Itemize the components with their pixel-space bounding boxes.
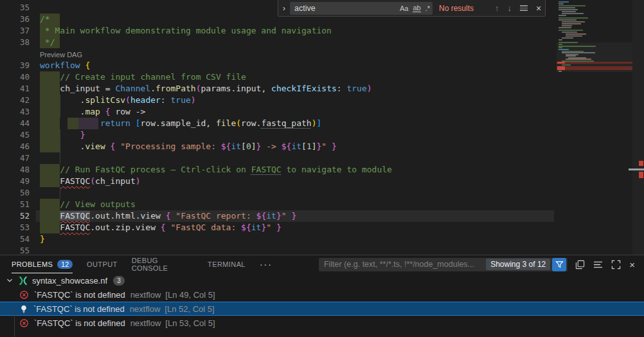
- minimap-mark: [562, 23, 581, 24]
- problem-location: [Ln 52, Col 5]: [165, 304, 214, 314]
- line-number: 52: [0, 210, 30, 222]
- code-line[interactable]: 37 * Main workflow demonstrating module …: [0, 25, 644, 37]
- tab-problems[interactable]: PROBLEMS12: [12, 255, 73, 273]
- code-text[interactable]: // Create input channel from CSV file: [40, 71, 246, 83]
- code-line[interactable]: 46 .view { "Processing sample: ${it[0]} …: [0, 141, 644, 152]
- code-text[interactable]: .map { row ->: [40, 106, 145, 118]
- problem-row[interactable]: `FASTQC` is not definednextflow[Ln 49, C…: [0, 287, 644, 302]
- find-expand-chevron-icon[interactable]: ›: [278, 3, 290, 13]
- code-text[interactable]: }: [40, 233, 45, 245]
- code-line[interactable]: 44 return [row.sample_id, file(row.fastq…: [0, 118, 644, 129]
- minimap-mark: [557, 42, 633, 72]
- problem-message: `FASTQC` is not defined: [34, 318, 125, 328]
- minimap-mark: [559, 15, 566, 16]
- find-in-selection-icon[interactable]: [520, 4, 528, 12]
- code-line[interactable]: 40 // Create input channel from CSV file: [0, 71, 644, 83]
- find-previous-icon[interactable]: ↑: [495, 3, 499, 13]
- overview-ruler-mark: [639, 161, 643, 166]
- code-text[interactable]: // View outputs: [40, 199, 136, 210]
- code-line[interactable]: 49 FASTQC(ch_input): [0, 176, 644, 187]
- line-number: 45: [0, 129, 30, 141]
- code-line[interactable]: 43 .map { row ->: [0, 106, 644, 118]
- file-name: syntax_showcase.nf: [32, 276, 107, 286]
- problem-row[interactable]: `FASTQC` is not definednextflow[Ln 53, C…: [0, 316, 644, 330]
- code-line[interactable]: 39workflow {: [0, 60, 644, 71]
- line-number: 55: [0, 245, 30, 255]
- line-number: 48: [0, 164, 30, 176]
- tab-label: TERMINAL: [208, 260, 246, 268]
- code-text[interactable]: FASTQC.out.zip.view { "FastQC data: ${it…: [40, 222, 282, 233]
- code-area[interactable]: 3536/*37 * Main workflow demonstrating m…: [0, 2, 644, 255]
- code-text[interactable]: }: [40, 129, 85, 141]
- minimap[interactable]: [557, 0, 633, 255]
- view-as-table-icon[interactable]: [575, 260, 585, 269]
- whole-word-toggle[interactable]: ab: [413, 5, 420, 12]
- problem-source: nextflow: [130, 304, 161, 314]
- code-text[interactable]: /*: [40, 14, 50, 25]
- close-panel-icon[interactable]: ×: [629, 259, 635, 270]
- problem-location: [Ln 49, Col 5]: [165, 290, 215, 300]
- code-line[interactable]: 42 .splitCsv(header: true): [0, 95, 644, 106]
- code-line[interactable]: 53 FASTQC.out.zip.view { "FastQC data: $…: [0, 222, 644, 233]
- tab-output[interactable]: OUTPUT: [87, 255, 118, 273]
- code-text[interactable]: ch_input = Channel.fromPath(params.input…: [40, 83, 372, 95]
- code-text[interactable]: workflow {: [40, 60, 90, 71]
- find-input[interactable]: active Aa ab .*: [290, 2, 433, 15]
- tab-terminal[interactable]: TERMINAL: [208, 255, 246, 273]
- problems-file-group[interactable]: syntax_showcase.nf 3: [0, 273, 644, 287]
- minimap-mark: [562, 21, 585, 23]
- error-icon: [19, 290, 29, 300]
- panel-more-actions-icon[interactable]: ···: [260, 259, 273, 269]
- code-line[interactable]: 38 */: [0, 37, 644, 48]
- panel-action-icons: ×: [575, 259, 644, 270]
- minimap-mark: [566, 33, 586, 35]
- problems-filter[interactable]: Showing 3 of 12: [319, 258, 568, 271]
- code-text[interactable]: .view { "Processing sample: ${it[0]} -> …: [40, 141, 337, 152]
- find-results-label: No results: [439, 4, 487, 13]
- code-line[interactable]: 41 ch_input = Channel.fromPath(params.in…: [0, 83, 644, 95]
- find-close-icon[interactable]: ×: [536, 3, 541, 14]
- code-text[interactable]: return [row.sample_id, file(row.fastq_pa…: [40, 118, 321, 129]
- chevron-down-icon: [5, 276, 14, 285]
- editor-pane[interactable]: 3536/*37 * Main workflow demonstrating m…: [0, 0, 644, 255]
- line-number: 35: [0, 2, 30, 14]
- codelens-preview-dag[interactable]: Preview DAG: [40, 49, 82, 60]
- find-next-icon[interactable]: ↓: [508, 3, 512, 13]
- line-number: 42: [0, 95, 30, 106]
- minimap-mark: [559, 39, 562, 41]
- line-number: 51: [0, 199, 30, 210]
- collapse-all-icon[interactable]: [593, 260, 603, 269]
- code-line[interactable]: 48 // Run FastQC process — Ctrl-click on…: [0, 164, 644, 176]
- filter-funnel-icon[interactable]: [552, 258, 566, 271]
- code-text[interactable]: // Run FastQC process — Ctrl-click on FA…: [40, 164, 392, 176]
- line-number: 44: [0, 118, 30, 129]
- problem-row[interactable]: `FASTQC` is not definednextflow[Ln 52, C…: [0, 302, 644, 316]
- bottom-panel: PROBLEMS12OUTPUTDEBUG CONSOLETERMINAL ··…: [0, 255, 644, 337]
- code-line[interactable]: 55: [0, 245, 644, 255]
- maximize-panel-icon[interactable]: [611, 260, 621, 269]
- code-text[interactable]: */: [40, 37, 55, 48]
- minimap-mark: [562, 25, 572, 26]
- code-line[interactable]: 52 FASTQC.out.html.view { "FastQC report…: [0, 210, 644, 222]
- code-line[interactable]: 50: [0, 187, 644, 199]
- code-text[interactable]: FASTQC(ch_input): [40, 176, 141, 187]
- problem-message: `FASTQC` is not defined: [34, 290, 125, 300]
- code-text[interactable]: .splitCsv(header: true): [40, 95, 196, 106]
- problems-filter-input[interactable]: [324, 260, 486, 269]
- match-case-toggle[interactable]: Aa: [400, 5, 408, 12]
- tab-debug-console[interactable]: DEBUG CONSOLE: [132, 255, 193, 273]
- code-line[interactable]: 51 // View outputs: [0, 199, 644, 210]
- code-text[interactable]: FASTQC.out.html.view { "FastQC report: $…: [40, 210, 296, 222]
- file-problem-count-badge: 3: [113, 276, 125, 286]
- tab-label: OUTPUT: [87, 260, 118, 268]
- find-query-text[interactable]: active: [294, 4, 395, 13]
- minimap-mark: [559, 27, 571, 28]
- code-line[interactable]: 54}: [0, 233, 644, 245]
- code-line[interactable]: 47: [0, 152, 644, 164]
- problems-count-badge: 12: [57, 260, 73, 269]
- showing-count-badge: Showing 3 of 12: [486, 259, 550, 270]
- code-text[interactable]: * Main workflow demonstrating module usa…: [40, 25, 332, 37]
- code-line[interactable]: 45 }: [0, 129, 644, 141]
- regex-toggle[interactable]: .*: [425, 5, 430, 12]
- codelens-row[interactable]: Preview DAG: [0, 48, 644, 60]
